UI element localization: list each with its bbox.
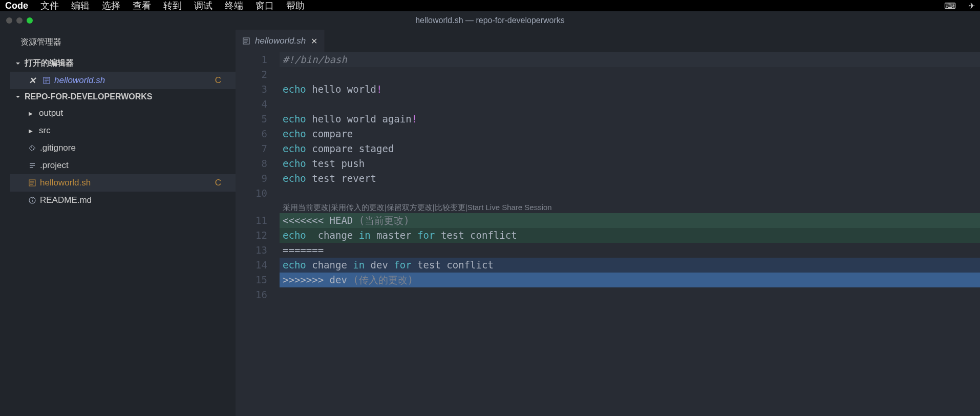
app-brand: Code: [5, 1, 28, 11]
chevron-right-icon: ▶: [29, 111, 34, 116]
code-line[interactable]: echo change in dev for test conflict: [280, 258, 980, 273]
file-item-gitignore[interactable]: .gitignore: [10, 139, 236, 157]
file-icon: [43, 77, 50, 84]
open-editors-label: 打开的编辑器: [25, 58, 74, 69]
explorer-sidebar: 资源管理器 打开的编辑器 ✕ helloworld.sh C REPO-FOR-…: [10, 30, 236, 416]
sidebar-title: 资源管理器: [10, 30, 236, 55]
git-status-badge: C: [215, 75, 225, 86]
menu-debug[interactable]: 调试: [194, 0, 212, 12]
git-status-badge: C: [215, 178, 225, 188]
repo-label: REPO-FOR-DEVELOPERWORKS: [25, 92, 153, 101]
menu-selection[interactable]: 选择: [102, 0, 120, 12]
repo-header[interactable]: REPO-FOR-DEVELOPERWORKS: [10, 89, 236, 105]
svg-point-5: [33, 149, 34, 150]
git-icon: [29, 144, 36, 152]
window-close-button[interactable]: [6, 17, 12, 24]
codelens-action[interactable]: 保留双方更改: [387, 200, 433, 215]
chevron-down-icon: [14, 60, 22, 67]
code-line[interactable]: echo test revert: [280, 171, 980, 186]
close-icon[interactable]: ✕: [311, 36, 317, 46]
menu-edit[interactable]: 编辑: [71, 0, 90, 12]
menu-go[interactable]: 转到: [163, 0, 182, 12]
open-editors-header[interactable]: 打开的编辑器: [10, 55, 236, 72]
code-lines[interactable]: #!/bin/bashecho hello world!echo hello w…: [280, 52, 980, 302]
code-line[interactable]: echo compare staged: [280, 141, 980, 156]
traffic-lights: [6, 17, 33, 24]
editor-area: helloworld.sh ✕ 12345678910111213141516 …: [236, 30, 980, 416]
menu-window[interactable]: 窗口: [255, 0, 274, 12]
editor-tab[interactable]: helloworld.sh ✕: [236, 30, 325, 52]
file-icon: [243, 37, 250, 45]
close-icon[interactable]: ✕: [29, 75, 39, 86]
send-icon[interactable]: ✈: [968, 1, 975, 11]
lines-icon: [29, 162, 36, 169]
chevron-down-icon: [14, 93, 22, 100]
file-name: .project: [40, 160, 69, 171]
svg-point-4: [31, 147, 32, 148]
code-line[interactable]: >>>>>>> dev (传入的更改): [280, 273, 980, 287]
code-line[interactable]: echo compare: [280, 127, 980, 141]
chevron-right-icon: ▶: [29, 128, 34, 134]
code-editor[interactable]: 12345678910111213141516 #!/bin/bashecho …: [236, 52, 980, 302]
activity-bar: [0, 30, 10, 416]
code-line[interactable]: <<<<<<< HEAD (当前更改): [280, 213, 980, 228]
code-line[interactable]: echo hello world!: [280, 82, 980, 97]
codelens-action[interactable]: 采用传入的更改: [331, 200, 385, 215]
code-line[interactable]: [280, 67, 980, 82]
folder-name: src: [39, 126, 51, 136]
file-icon: [29, 179, 36, 186]
code-line[interactable]: [280, 186, 980, 201]
open-editor-item[interactable]: ✕ helloworld.sh C: [10, 72, 236, 89]
codelens-action[interactable]: Start Live Share Session: [467, 200, 552, 215]
codelens-action[interactable]: 比较变更: [435, 200, 465, 215]
info-icon: [29, 197, 36, 204]
file-item-readme[interactable]: README.md: [10, 192, 236, 209]
folder-item[interactable]: ▶ src: [10, 122, 236, 139]
svg-point-15: [32, 198, 33, 199]
titlebar: helloworld.sh — repo-for-developerworks: [0, 11, 980, 30]
open-editor-name: helloworld.sh: [54, 75, 105, 86]
codelens-action[interactable]: 采用当前更改: [283, 200, 329, 215]
folder-item[interactable]: ▶ output: [10, 105, 236, 122]
menu-terminal[interactable]: 终端: [225, 0, 243, 12]
code-line[interactable]: [280, 287, 980, 302]
code-line[interactable]: echo change in master for test conflict: [280, 228, 980, 243]
keyboard-icon[interactable]: ⌨: [944, 1, 956, 11]
editor-tabs: helloworld.sh ✕: [236, 30, 980, 52]
window-minimize-button[interactable]: [16, 17, 23, 24]
tab-label: helloworld.sh: [255, 36, 306, 46]
file-item-helloworld[interactable]: helloworld.sh C: [10, 174, 236, 192]
code-line[interactable]: [280, 97, 980, 112]
code-line[interactable]: #!/bin/bash: [280, 52, 980, 67]
code-line[interactable]: echo test push: [280, 156, 980, 171]
code-line[interactable]: =======: [280, 243, 980, 258]
menu-file[interactable]: 文件: [40, 0, 59, 12]
window-maximize-button[interactable]: [27, 17, 33, 24]
file-name: README.md: [40, 195, 92, 205]
codelens-row: 采用当前更改 | 采用传入的更改 | 保留双方更改 | 比较变更 | Start…: [280, 201, 980, 213]
code-line[interactable]: echo hello world again!: [280, 112, 980, 127]
file-name: .gitignore: [40, 143, 76, 153]
file-name: helloworld.sh: [40, 178, 91, 188]
menu-help[interactable]: 帮助: [286, 0, 305, 12]
window-title: helloworld.sh — repo-for-developerworks: [415, 16, 565, 25]
menubar: Code 文件 编辑 选择 查看 转到 调试 终端 窗口 帮助 ⌨ ✈: [0, 0, 980, 11]
line-gutter: 12345678910111213141516: [236, 52, 280, 302]
folder-name: output: [39, 108, 63, 118]
file-item-project[interactable]: .project: [10, 157, 236, 174]
menu-view[interactable]: 查看: [133, 0, 151, 12]
